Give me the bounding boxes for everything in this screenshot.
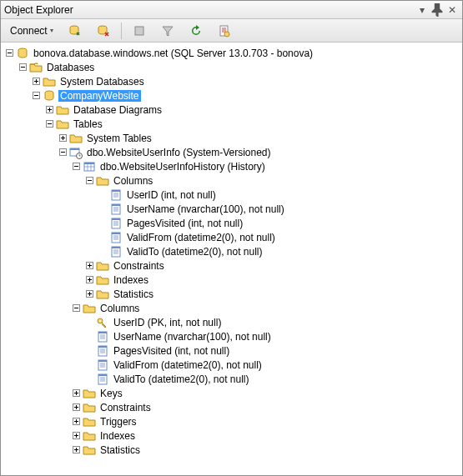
column-label: UserName (nvarchar(100), not null) xyxy=(125,203,286,215)
table-node-userinfo[interactable]: dbo.WebsiteUserInfo (System-Versioned) xyxy=(3,145,462,159)
expander-icon[interactable] xyxy=(83,259,96,273)
disconnect-db-icon[interactable] xyxy=(91,22,116,40)
folder-icon xyxy=(69,132,83,145)
statistics-node[interactable]: Statistics xyxy=(3,443,462,457)
expander-icon[interactable] xyxy=(43,118,56,131)
expander-icon[interactable] xyxy=(43,103,56,117)
server-node[interactable]: bonova.database.windows.net (SQL Server … xyxy=(3,46,462,60)
column-node[interactable]: PagesVisited (int, not null) xyxy=(3,216,462,230)
expander-icon[interactable] xyxy=(69,415,83,428)
system-databases-node[interactable]: System Databases xyxy=(3,74,462,88)
toolbar: Connect xyxy=(1,19,462,43)
expander-icon[interactable] xyxy=(56,146,69,159)
column-node[interactable]: ValidFrom (datetime2(0), not null) xyxy=(3,358,462,372)
column-icon xyxy=(109,231,123,244)
tables-node[interactable]: Tables xyxy=(3,117,462,131)
table-node-history[interactable]: dbo.WebsiteUserInfoHistory (History) xyxy=(3,159,462,173)
constraints-node[interactable]: Constraints xyxy=(3,400,462,414)
columns-node-history[interactable]: Columns xyxy=(3,173,462,188)
panel-title: Object Explorer xyxy=(4,4,414,16)
column-label: UserID (int, not null) xyxy=(125,189,218,201)
system-tables-label: System Tables xyxy=(85,133,153,144)
column-label: PagesVisited (int, not null) xyxy=(125,218,244,229)
folder-icon xyxy=(96,288,109,301)
folder-icon xyxy=(43,75,56,88)
column-icon xyxy=(109,188,123,202)
databases-node[interactable]: Databases xyxy=(3,60,462,74)
column-node[interactable]: UserID (int, not null) xyxy=(3,188,462,202)
refresh-icon[interactable] xyxy=(184,22,209,40)
diagrams-label: Database Diagrams xyxy=(72,104,164,116)
expander-icon[interactable] xyxy=(29,89,43,103)
tables-label: Tables xyxy=(72,118,104,130)
expander-icon[interactable] xyxy=(69,443,83,457)
column-node-pk[interactable]: UserID (PK, int, not null) xyxy=(3,315,462,329)
system-tables-node[interactable]: System Tables xyxy=(3,131,462,145)
column-icon xyxy=(109,217,123,230)
expander-icon[interactable] xyxy=(69,401,83,414)
indexes-label: Indexes xyxy=(112,274,150,286)
server-label: bonova.database.windows.net (SQL Server … xyxy=(32,48,315,59)
table-label: dbo.WebsiteUserInfo (System-Versioned) xyxy=(85,147,273,158)
script-icon[interactable] xyxy=(212,22,237,40)
triggers-label: Triggers xyxy=(98,416,138,428)
column-label: UserName (nvarchar(100), not null) xyxy=(112,331,273,343)
statistics-node[interactable]: Statistics xyxy=(3,287,462,301)
triggers-node[interactable]: Triggers xyxy=(3,414,462,428)
connect-label: Connect xyxy=(10,25,48,37)
expander-icon[interactable] xyxy=(83,174,96,188)
diagrams-node[interactable]: Database Diagrams xyxy=(3,103,462,117)
constraints-label: Constraints xyxy=(98,402,153,413)
folder-icon xyxy=(83,415,96,428)
column-icon xyxy=(96,330,109,343)
connect-db-icon[interactable] xyxy=(63,22,88,40)
indexes-node[interactable]: Indexes xyxy=(3,273,462,287)
folder-icon xyxy=(96,273,109,287)
database-node-company[interactable]: CompanyWebsite xyxy=(3,88,462,103)
expander-icon[interactable] xyxy=(83,288,96,301)
filter-icon[interactable] xyxy=(155,22,180,40)
expander-icon[interactable] xyxy=(16,61,29,74)
column-node[interactable]: UserName (nvarchar(100), not null) xyxy=(3,329,462,343)
pin-icon[interactable] xyxy=(430,4,444,16)
expander-icon[interactable] xyxy=(29,75,43,88)
expander-icon[interactable] xyxy=(69,302,83,315)
column-node[interactable]: UserName (nvarchar(100), not null) xyxy=(3,202,462,216)
column-icon xyxy=(109,203,123,216)
folder-icon xyxy=(56,103,69,117)
indexes-node[interactable]: Indexes xyxy=(3,428,462,443)
column-node[interactable]: ValidTo (datetime2(0), not null) xyxy=(3,372,462,386)
close-icon[interactable]: ✕ xyxy=(445,4,459,16)
expander-icon[interactable] xyxy=(69,387,83,400)
columns-node-main[interactable]: Columns xyxy=(3,301,462,315)
dropdown-icon[interactable]: ▾ xyxy=(415,4,429,16)
svg-point-4 xyxy=(224,32,229,37)
folder-icon xyxy=(83,401,96,414)
column-node[interactable]: ValidTo (datetime2(0), not null) xyxy=(3,244,462,258)
keys-node[interactable]: Keys xyxy=(3,386,462,400)
constraints-node[interactable]: Constraints xyxy=(3,258,462,273)
column-node[interactable]: ValidFrom (datetime2(0), not null) xyxy=(3,230,462,244)
indexes-label: Indexes xyxy=(98,430,137,442)
expander-icon[interactable] xyxy=(69,429,83,443)
column-icon xyxy=(96,373,109,386)
columns-label: Columns xyxy=(98,303,141,314)
column-node[interactable]: PagesVisited (int, not null) xyxy=(3,343,462,358)
expander-icon[interactable] xyxy=(56,132,69,145)
server-icon xyxy=(16,47,29,60)
stop-icon[interactable] xyxy=(127,22,152,40)
column-icon xyxy=(109,245,123,258)
folder-icon xyxy=(83,387,96,400)
column-label: ValidTo (datetime2(0), not null) xyxy=(125,246,264,258)
panel-titlebar: Object Explorer ▾ ✕ xyxy=(1,1,462,19)
connect-button[interactable]: Connect xyxy=(4,22,59,40)
keys-label: Keys xyxy=(98,388,124,399)
folder-icon xyxy=(29,61,43,74)
expander-icon[interactable] xyxy=(69,160,83,173)
statistics-label: Statistics xyxy=(98,444,142,456)
statistics-label: Statistics xyxy=(112,288,155,300)
tree-view[interactable]: bonova.database.windows.net (SQL Server … xyxy=(1,43,462,475)
databases-label: Databases xyxy=(45,62,96,73)
expander-icon[interactable] xyxy=(83,273,96,287)
expander-icon[interactable] xyxy=(3,47,16,60)
